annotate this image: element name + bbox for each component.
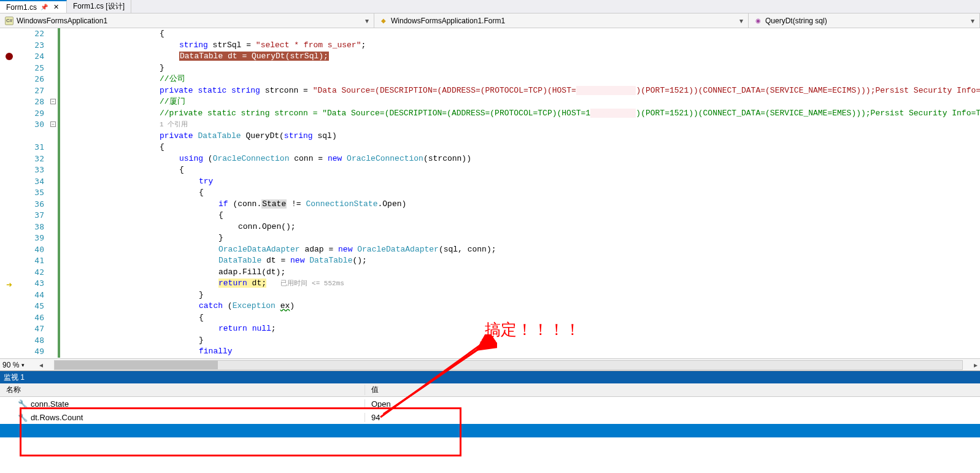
fold-toggle[interactable]: − [50, 121, 56, 127]
chevron-down-icon[interactable]: ▾ [739, 17, 743, 25]
context-method-label: QueryDt(string sql) [765, 17, 827, 25]
context-bar: C# WindowsFormsApplication1 ▾ ◆ WindowsF… [0, 13, 980, 28]
class-icon: ◆ [379, 17, 388, 25]
context-project-label: WindowsFormsApplication1 [17, 17, 107, 25]
context-class-label: WindowsFormsApplication1.Form1 [391, 17, 505, 25]
tab-form1-designer[interactable]: Form1.cs [设计] [67, 0, 131, 13]
breakpoint-icon[interactable] [6, 53, 13, 60]
watch-panel: 监视 1 名称 值 🔧conn.StateOpen🔧dt.Rows.Count9… [0, 371, 980, 469]
fold-toggle[interactable]: − [50, 99, 56, 104]
fold-gutter[interactable]: −− [49, 28, 58, 358]
zoom-value: 90 % [2, 361, 19, 369]
method-icon: ◉ [754, 17, 762, 25]
watch-row[interactable]: 🔧dt.Rows.Count94 [0, 410, 980, 424]
tab-label: Form1.cs [设计] [73, 1, 125, 12]
watch-header-name[interactable]: 名称 [0, 385, 365, 395]
watch-panel-title[interactable]: 监视 1 [0, 371, 980, 383]
line-number-gutter: 2223242526272829303132333435363738394041… [18, 28, 49, 358]
wrench-icon: 🔧 [18, 413, 27, 421]
tab-form1-cs[interactable]: Form1.cs 📌 ✕ [0, 0, 67, 13]
watch-row-empty[interactable] [0, 424, 980, 437]
wrench-icon: 🔧 [18, 399, 27, 408]
editor-footer: 90 % ▾ ◂ ▸ [0, 358, 980, 371]
watch-header: 名称 值 [0, 383, 980, 397]
scrollbar-thumb[interactable] [55, 361, 218, 369]
tab-label: Form1.cs [6, 3, 37, 12]
breakpoint-gutter[interactable]: ➜ [0, 28, 18, 358]
current-line-arrow-icon: ➜ [0, 280, 18, 289]
close-icon[interactable]: ✕ [52, 3, 60, 12]
context-method[interactable]: ◉ QueryDt(string sql) ▾ [749, 13, 980, 28]
watch-value: Open [365, 399, 980, 409]
scroll-left-icon[interactable]: ◂ [37, 361, 45, 369]
pin-icon[interactable]: 📌 [41, 4, 48, 10]
csharp-project-icon: C# [5, 17, 14, 25]
chevron-down-icon[interactable]: ▾ [365, 17, 369, 25]
watch-header-value[interactable]: 值 [365, 385, 980, 395]
document-tabs: Form1.cs 📌 ✕ Form1.cs [设计] [0, 0, 980, 13]
scroll-right-icon[interactable]: ▸ [971, 361, 980, 369]
watch-body: 🔧conn.StateOpen🔧dt.Rows.Count94 [0, 397, 980, 469]
watch-value: 94 [365, 413, 980, 422]
horizontal-scrollbar[interactable] [54, 360, 963, 370]
zoom-selector[interactable]: 90 % ▾ [0, 361, 37, 369]
chevron-down-icon[interactable]: ▾ [971, 17, 974, 25]
watch-row[interactable]: 🔧conn.StateOpen [0, 397, 980, 410]
watch-name: conn.State [31, 399, 69, 409]
chevron-down-icon[interactable]: ▾ [21, 362, 25, 368]
watch-name: dt.Rows.Count [31, 413, 83, 422]
context-project[interactable]: C# WindowsFormsApplication1 ▾ [0, 13, 374, 28]
code-area[interactable]: {string strSql = "select * from s_user";… [61, 28, 980, 358]
context-class[interactable]: ◆ WindowsFormsApplication1.Form1 ▾ [374, 13, 749, 28]
code-editor[interactable]: ➜ 22232425262728293031323334353637383940… [0, 28, 980, 358]
